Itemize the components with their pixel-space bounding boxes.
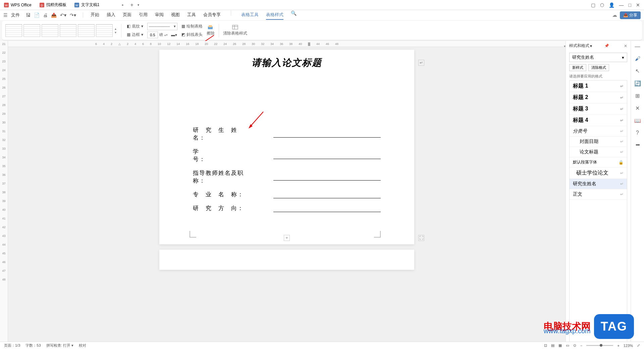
grid-icon[interactable]: ⊞ xyxy=(635,93,640,99)
tab-page[interactable]: 页面 xyxy=(123,10,131,20)
window-icon-1[interactable]: ▢ xyxy=(591,2,595,8)
more-icon[interactable]: ••• xyxy=(636,142,639,148)
undo-icon[interactable]: ↶▾ xyxy=(60,12,66,18)
tab-start[interactable]: 开始 xyxy=(91,10,99,20)
table-style-3[interactable] xyxy=(42,24,58,37)
save-icon[interactable]: 🖫 xyxy=(26,12,31,18)
line-style-select[interactable]: ────────▾ xyxy=(147,23,177,30)
form-row-direction[interactable]: 研 究 方 向： xyxy=(193,204,381,212)
pen-color-button[interactable]: ▬▾ xyxy=(171,33,177,37)
view-icon-2[interactable]: ▤ xyxy=(551,343,554,348)
help-icon[interactable]: ? xyxy=(636,130,639,136)
new-style-button[interactable]: 新样式 xyxy=(569,64,586,71)
table-style-2[interactable] xyxy=(23,24,40,37)
view-icon-4[interactable]: ▭ xyxy=(566,343,569,348)
share-button[interactable]: 📤 分享 xyxy=(620,11,641,19)
zoom-value[interactable]: 123% xyxy=(624,344,633,348)
tab-template[interactable]: D 找稻壳模板 xyxy=(36,0,70,10)
style-masters-thesis[interactable]: 硕士学位论文↵ xyxy=(570,167,627,179)
form-row-advisor[interactable]: 指导教师姓名及职称： xyxy=(193,169,381,185)
table-style-5[interactable] xyxy=(78,24,95,37)
table-style-4[interactable] xyxy=(60,24,76,37)
tab-table-tools[interactable]: 表格工具 xyxy=(241,10,259,20)
cursor-icon[interactable]: ↖ xyxy=(635,68,640,74)
print-preview-icon[interactable]: 📄 xyxy=(34,12,40,18)
line-width-input[interactable] xyxy=(147,32,158,38)
clear-table-style-button[interactable]: 清除表格样式 xyxy=(223,24,247,36)
brush-icon[interactable]: 🖌 xyxy=(635,56,640,62)
gallery-scroll[interactable]: ▴▾ xyxy=(114,24,117,37)
print-icon[interactable]: 🖨 xyxy=(43,12,48,18)
tab-document[interactable]: W 文字文稿1 ● xyxy=(70,0,128,10)
zoom-slider[interactable] xyxy=(586,345,613,346)
line-width-stepper[interactable]: ▴▾ xyxy=(164,33,168,37)
tab-wps-office[interactable]: W WPS Office xyxy=(0,0,36,10)
cloud-icon[interactable]: ☁ xyxy=(612,12,617,18)
current-style-select[interactable]: 研究生姓名 ▾ xyxy=(569,53,627,62)
document-area[interactable]: 642△246810121416182022242628303234363840… xyxy=(8,41,566,343)
word-count[interactable]: 字数：53 xyxy=(25,343,41,348)
page-title[interactable]: 请输入论文标题 xyxy=(193,56,381,69)
form-row-major[interactable]: 专 业 名 称： xyxy=(193,191,381,198)
tab-dropdown[interactable]: ▾ xyxy=(136,3,141,7)
table-style-gallery[interactable]: ▴▾ xyxy=(5,24,117,37)
fit-icon[interactable]: ⊙ xyxy=(573,343,576,348)
style-body[interactable]: 正文↵ xyxy=(570,189,627,200)
hamburger-icon[interactable]: ☰ xyxy=(3,12,8,18)
page-status[interactable]: 页面：1/3 xyxy=(4,343,20,348)
style-thesis-title[interactable]: 论文标题↵ xyxy=(570,147,627,157)
export-icon[interactable]: 📤 xyxy=(51,12,57,18)
tab-member[interactable]: 会员专享 xyxy=(203,10,221,20)
collapse-rail-icon[interactable]: — xyxy=(635,44,640,50)
tab-table-style[interactable]: 表格样式 xyxy=(266,10,283,20)
search-icon[interactable]: 🔍 xyxy=(291,10,297,20)
zoom-out[interactable]: − xyxy=(580,344,582,348)
close-panel-icon[interactable]: ✕ xyxy=(624,44,627,48)
close-button[interactable]: ✕ xyxy=(636,2,640,8)
input-line[interactable] xyxy=(273,130,381,138)
pin-icon[interactable]: 📌 xyxy=(604,44,609,48)
spell-check-status[interactable]: 拼写检查: 打开 ▾ xyxy=(46,343,73,348)
tab-view[interactable]: 视图 xyxy=(171,10,180,20)
style-default-font[interactable]: 默认段落字体🔒 xyxy=(570,157,627,167)
style-heading4[interactable]: 标题 4↵ xyxy=(570,115,627,126)
sync-icon[interactable]: 🔄 xyxy=(634,80,641,87)
style-list[interactable]: 标题 1↵ 标题 2↵ 标题 3↵ 标题 4↵ 分类号↵ 封面日期↵ 论文标题↵… xyxy=(569,80,627,343)
style-heading3[interactable]: 标题 3↵ xyxy=(570,103,627,115)
page-marker-expand[interactable]: ⛶ xyxy=(418,235,424,241)
table-style-6[interactable] xyxy=(96,24,113,37)
expand-icon[interactable]: ⤢ xyxy=(637,343,640,348)
shading-button[interactable]: ◧ 底纹 ▾ xyxy=(125,23,145,30)
tab-review[interactable]: 审阅 xyxy=(155,10,164,20)
window-icon-2[interactable]: ⬡ xyxy=(600,2,604,8)
minimize-button[interactable]: — xyxy=(619,2,624,8)
file-menu[interactable]: 文件 xyxy=(9,12,22,18)
page-marker-add[interactable]: + xyxy=(284,235,290,241)
input-line[interactable] xyxy=(273,152,381,159)
draw-table-button[interactable]: ▦ 绘制表格 xyxy=(180,23,204,30)
form-row-name[interactable]: 研 究 生 姓 名： xyxy=(193,126,381,142)
avatar-icon[interactable]: 👤 xyxy=(609,2,614,8)
view-icon-1[interactable]: ⊡ xyxy=(544,343,547,348)
proof-status[interactable]: 校对 xyxy=(79,343,86,348)
page-marker-tr[interactable]: ↵ xyxy=(418,60,424,66)
book-icon[interactable]: 📖 xyxy=(634,117,641,124)
page-2[interactable] xyxy=(159,250,414,270)
tools-icon[interactable]: ✕ xyxy=(635,105,640,111)
style-grad-name[interactable]: 研究生姓名↵ xyxy=(570,179,627,189)
clear-format-button[interactable]: 清除格式 xyxy=(588,64,609,71)
tab-insert[interactable]: 插入 xyxy=(107,10,115,20)
scrollbar-indicator[interactable]: ▾ xyxy=(564,44,566,48)
zoom-in[interactable]: + xyxy=(617,344,619,348)
border-button[interactable]: ▦ 边框 ▾ xyxy=(125,31,145,38)
style-category[interactable]: 分类号↵ xyxy=(570,126,627,137)
redo-icon[interactable]: ↷▾ xyxy=(70,12,76,18)
input-line[interactable] xyxy=(273,191,381,198)
input-line[interactable] xyxy=(273,205,381,212)
style-heading2[interactable]: 标题 2↵ xyxy=(570,92,627,103)
view-icon-3[interactable]: ▦ xyxy=(558,343,562,348)
new-tab-button[interactable]: + xyxy=(128,2,136,8)
erase-button[interactable]: 擦除 xyxy=(207,24,215,36)
style-cover-date[interactable]: 封面日期↵ xyxy=(570,137,627,147)
page-1[interactable]: 请输入论文标题 ↵ 研 究 生 姓 名： 学 号： 指导教师姓名及职称： 专 业… xyxy=(159,50,414,244)
